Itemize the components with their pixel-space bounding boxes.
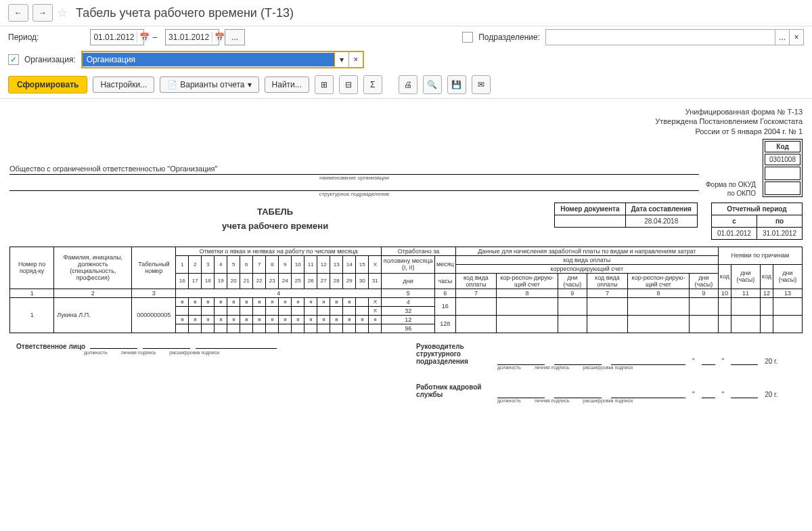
month-header: месяц	[434, 255, 455, 273]
org-field: ▾ ×	[81, 51, 364, 68]
dept-input[interactable]	[546, 30, 775, 45]
extra-code	[765, 182, 800, 195]
org-row: ✓ Организация: ▾ ×	[0, 48, 812, 71]
org-caption: наименование организации	[9, 175, 699, 181]
col-marks-header: Отметки о явках и неявках на работу по ч…	[176, 247, 382, 255]
favorite-icon[interactable]: ☆	[57, 5, 68, 20]
col-absence-header: Неявки по причинам	[718, 247, 802, 264]
period-dash: –	[152, 33, 157, 42]
col-worked-header: Отработано за	[382, 247, 455, 255]
head-label: Руководитель структурного подразделения	[416, 343, 491, 365]
calendar-icon[interactable]: 📅	[212, 32, 225, 43]
row-num: 1	[10, 297, 54, 333]
col-name-header: Фамилия, инициалы, должность (специально…	[54, 247, 132, 289]
subdiv-caption: структурное подразделение	[9, 191, 699, 197]
period-to-value: 31.01.2012	[168, 33, 209, 42]
report-title: ТАБЕЛЬ	[9, 207, 541, 217]
dept-field[interactable]: ... ×	[545, 29, 804, 45]
doc-info-table: Номер документа Дата составления 28.04.2…	[554, 203, 698, 228]
col-num-header: Номер по поряд-ку	[10, 247, 54, 289]
report-body: Унифицированная форма № Т-13 Утверждена …	[0, 99, 812, 421]
dept-clear-button[interactable]: ×	[789, 30, 803, 45]
period-from-header: с	[711, 215, 757, 227]
check-icon: ✓	[10, 55, 17, 64]
doc-num-value	[555, 215, 625, 227]
okpo-code	[765, 167, 800, 180]
sum-button[interactable]: Σ	[363, 75, 382, 94]
row-name: Лукина Л.П.	[54, 297, 132, 333]
signature-zone: Ответственное лицо должность личная подп…	[9, 333, 803, 412]
period-to-cell: 31.01.2012	[757, 227, 802, 239]
org-full-name: Общество с ограниченной ответственностью…	[9, 165, 699, 175]
period-to-input[interactable]: 31.01.2012 📅	[165, 29, 219, 45]
org-clear-button[interactable]: ×	[348, 52, 363, 67]
corr-header: корреспондирующий счет	[455, 264, 718, 273]
row-tabnum: 0000000005	[132, 297, 176, 333]
hr-label: Работник кадровой службы	[416, 383, 491, 398]
variants-icon: 📄	[167, 80, 177, 89]
preview-button[interactable]: 🔍	[423, 75, 442, 94]
expand-groups-button[interactable]: ⊞	[315, 75, 334, 94]
code-table: Код 0301008	[763, 139, 803, 197]
form-approval-text: Унифицированная форма № Т-13 Утверждена …	[655, 107, 803, 136]
save-button[interactable]: 💾	[447, 75, 466, 94]
period-table: Отчетный период с по 01.01.2012 31.01.20…	[711, 203, 803, 240]
year-label: 20 г.	[765, 391, 777, 398]
period-row: Период: 01.01.2012 📅 – 31.01.2012 📅 ... …	[0, 26, 812, 48]
forward-button[interactable]: →	[32, 4, 53, 22]
period-from-input[interactable]: 01.01.2012 📅	[90, 29, 144, 45]
period-header: Отчетный период	[711, 203, 802, 215]
doc-num-header: Номер документа	[555, 203, 625, 215]
period-to-header: по	[757, 215, 802, 227]
variants-label: Варианты отчета	[180, 80, 244, 89]
col-salary-header: Данные для начисления заработной платы п…	[455, 247, 718, 255]
page-title: Табель учета рабочего времени (Т-13)	[76, 6, 294, 20]
dept-label: Подразделение:	[478, 33, 540, 42]
okpo-label: по ОКПО	[706, 190, 756, 197]
resp-label: Ответственное лицо	[16, 343, 85, 350]
top-toolbar: ← → ☆ Табель учета рабочего времени (Т-1…	[0, 0, 812, 26]
period-from-value: 01.01.2012	[93, 33, 134, 42]
action-toolbar: Сформировать Настройки... 📄 Варианты отч…	[0, 71, 812, 99]
code-header: Код	[765, 141, 800, 152]
find-button[interactable]: Найти...	[265, 77, 309, 93]
timesheet-table: Номер по поряд-ку Фамилия, инициалы, дол…	[9, 247, 803, 333]
half-month-header: половину месяца (I, II)	[382, 255, 435, 273]
period-picker-button[interactable]: ...	[225, 29, 245, 45]
dept-picker-button[interactable]: ...	[775, 30, 789, 45]
year-label: 20 г.	[765, 358, 777, 365]
table-row: 1 Лукина Л.П. 0000000005 вввввввяяяяяввX…	[10, 297, 803, 306]
org-input[interactable]	[83, 53, 334, 66]
doc-date-value: 28.04.2018	[625, 215, 697, 227]
okud-code: 0301008	[765, 154, 800, 165]
calendar-icon[interactable]: 📅	[137, 32, 150, 43]
paycode-header: код вида оплаты	[455, 255, 718, 264]
report-variants-button[interactable]: 📄 Варианты отчета ▾	[160, 77, 258, 93]
collapse-groups-button[interactable]: ⊟	[339, 75, 358, 94]
col-tabnum-header: Табельный номер	[132, 247, 176, 289]
doc-date-header: Дата составления	[625, 203, 697, 215]
print-button[interactable]: 🖨	[399, 75, 418, 94]
chevron-down-icon: ▾	[248, 80, 252, 89]
back-button[interactable]: ←	[8, 4, 28, 22]
report-subtitle: учета рабочего времени	[9, 221, 541, 231]
dept-checkbox[interactable]	[462, 32, 473, 43]
period-label: Период:	[8, 33, 39, 42]
settings-button[interactable]: Настройки...	[93, 77, 154, 93]
org-label: Организация:	[24, 55, 76, 64]
generate-button[interactable]: Сформировать	[8, 76, 87, 93]
org-dropdown-button[interactable]: ▾	[334, 52, 348, 67]
org-checkbox[interactable]: ✓	[8, 54, 19, 65]
okud-label: Форма по ОКУД	[706, 181, 756, 188]
period-from-cell: 01.01.2012	[711, 227, 757, 239]
email-button[interactable]: ✉	[472, 75, 491, 94]
